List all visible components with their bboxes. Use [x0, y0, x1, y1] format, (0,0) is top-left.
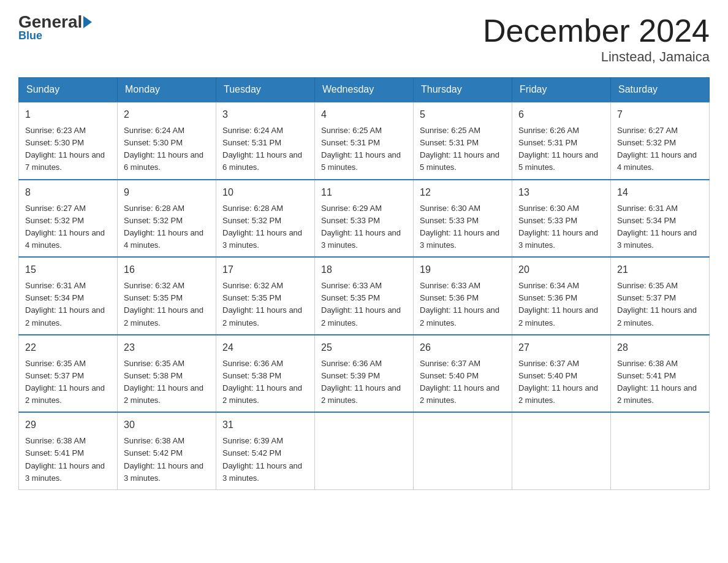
calendar-cell — [512, 412, 611, 489]
day-number: 7 — [617, 107, 703, 122]
calendar-cell: 13Sunrise: 6:30 AMSunset: 5:33 PMDayligh… — [512, 180, 611, 258]
calendar-cell: 21Sunrise: 6:35 AMSunset: 5:37 PMDayligh… — [611, 257, 710, 335]
day-number: 19 — [420, 262, 506, 277]
day-info: Sunrise: 6:30 AMSunset: 5:33 PMDaylight:… — [420, 202, 506, 252]
header-sunday: Sunday — [19, 78, 118, 102]
day-info: Sunrise: 6:24 AMSunset: 5:30 PMDaylight:… — [124, 124, 210, 174]
calendar-cell — [315, 412, 414, 489]
day-info: Sunrise: 6:36 AMSunset: 5:39 PMDaylight:… — [321, 358, 407, 407]
calendar-cell — [414, 412, 512, 489]
day-number: 8 — [25, 185, 111, 200]
calendar-cell: 2Sunrise: 6:24 AMSunset: 5:30 PMDaylight… — [118, 102, 216, 180]
calendar-cell: 16Sunrise: 6:32 AMSunset: 5:35 PMDayligh… — [118, 257, 216, 335]
day-info: Sunrise: 6:35 AMSunset: 5:37 PMDaylight:… — [25, 358, 111, 407]
day-number: 22 — [25, 340, 111, 355]
day-info: Sunrise: 6:24 AMSunset: 5:31 PMDaylight:… — [222, 124, 308, 174]
calendar-cell: 27Sunrise: 6:37 AMSunset: 5:40 PMDayligh… — [512, 335, 611, 413]
day-info: Sunrise: 6:36 AMSunset: 5:38 PMDaylight:… — [222, 358, 308, 407]
day-number: 15 — [25, 262, 111, 277]
calendar-cell: 22Sunrise: 6:35 AMSunset: 5:37 PMDayligh… — [19, 335, 118, 413]
day-number: 18 — [321, 262, 407, 277]
calendar-cell: 18Sunrise: 6:33 AMSunset: 5:35 PMDayligh… — [315, 257, 414, 335]
day-number: 4 — [321, 107, 407, 122]
day-number: 17 — [222, 262, 308, 277]
day-info: Sunrise: 6:37 AMSunset: 5:40 PMDaylight:… — [420, 358, 506, 407]
day-info: Sunrise: 6:39 AMSunset: 5:42 PMDaylight:… — [222, 435, 308, 484]
day-number: 25 — [321, 340, 407, 355]
day-info: Sunrise: 6:31 AMSunset: 5:34 PMDaylight:… — [25, 280, 111, 329]
day-number: 12 — [420, 185, 506, 200]
day-info: Sunrise: 6:33 AMSunset: 5:35 PMDaylight:… — [321, 280, 407, 329]
calendar-cell: 9Sunrise: 6:28 AMSunset: 5:32 PMDaylight… — [118, 180, 216, 258]
day-number: 3 — [222, 107, 308, 122]
calendar-cell: 1Sunrise: 6:23 AMSunset: 5:30 PMDaylight… — [19, 102, 118, 180]
week-row-5: 29Sunrise: 6:38 AMSunset: 5:41 PMDayligh… — [19, 412, 710, 489]
calendar-cell: 28Sunrise: 6:38 AMSunset: 5:41 PMDayligh… — [611, 335, 710, 413]
calendar-cell — [611, 412, 710, 489]
day-info: Sunrise: 6:38 AMSunset: 5:41 PMDaylight:… — [25, 435, 111, 484]
calendar-cell: 26Sunrise: 6:37 AMSunset: 5:40 PMDayligh… — [414, 335, 512, 413]
week-row-1: 1Sunrise: 6:23 AMSunset: 5:30 PMDaylight… — [19, 102, 710, 180]
calendar-cell: 31Sunrise: 6:39 AMSunset: 5:42 PMDayligh… — [216, 412, 315, 489]
day-info: Sunrise: 6:26 AMSunset: 5:31 PMDaylight:… — [518, 124, 604, 174]
day-number: 31 — [222, 418, 308, 432]
calendar-cell: 7Sunrise: 6:27 AMSunset: 5:32 PMDaylight… — [611, 102, 710, 180]
calendar-cell: 11Sunrise: 6:29 AMSunset: 5:33 PMDayligh… — [315, 180, 414, 258]
day-number: 30 — [124, 418, 210, 432]
day-number: 23 — [124, 340, 210, 355]
day-info: Sunrise: 6:29 AMSunset: 5:33 PMDaylight:… — [321, 202, 407, 252]
calendar-cell: 30Sunrise: 6:38 AMSunset: 5:42 PMDayligh… — [118, 412, 216, 489]
day-info: Sunrise: 6:38 AMSunset: 5:41 PMDaylight:… — [617, 358, 703, 407]
calendar-cell: 20Sunrise: 6:34 AMSunset: 5:36 PMDayligh… — [512, 257, 611, 335]
header-wednesday: Wednesday — [315, 78, 414, 102]
day-number: 20 — [518, 262, 604, 277]
day-number: 5 — [420, 107, 506, 122]
calendar-cell: 3Sunrise: 6:24 AMSunset: 5:31 PMDaylight… — [216, 102, 315, 180]
logo: General Blue — [18, 12, 93, 42]
day-number: 1 — [25, 107, 111, 122]
day-info: Sunrise: 6:37 AMSunset: 5:40 PMDaylight:… — [518, 358, 604, 407]
title-block: December 2024 Linstead, Jamaica — [483, 12, 710, 65]
day-info: Sunrise: 6:32 AMSunset: 5:35 PMDaylight:… — [222, 280, 308, 329]
day-number: 2 — [124, 107, 210, 122]
day-number: 11 — [321, 185, 407, 200]
day-info: Sunrise: 6:30 AMSunset: 5:33 PMDaylight:… — [518, 202, 604, 252]
calendar-cell: 6Sunrise: 6:26 AMSunset: 5:31 PMDaylight… — [512, 102, 611, 180]
page-header: General Blue December 2024 Linstead, Jam… — [18, 12, 710, 65]
day-number: 16 — [124, 262, 210, 277]
day-number: 27 — [518, 340, 604, 355]
header-thursday: Thursday — [414, 78, 512, 102]
week-row-2: 8Sunrise: 6:27 AMSunset: 5:32 PMDaylight… — [19, 180, 710, 258]
day-info: Sunrise: 6:35 AMSunset: 5:38 PMDaylight:… — [124, 358, 210, 407]
header-saturday: Saturday — [611, 78, 710, 102]
day-info: Sunrise: 6:38 AMSunset: 5:42 PMDaylight:… — [124, 435, 210, 484]
day-number: 6 — [518, 107, 604, 122]
day-info: Sunrise: 6:33 AMSunset: 5:36 PMDaylight:… — [420, 280, 506, 329]
header-friday: Friday — [512, 78, 611, 102]
day-info: Sunrise: 6:27 AMSunset: 5:32 PMDaylight:… — [617, 124, 703, 174]
day-info: Sunrise: 6:31 AMSunset: 5:34 PMDaylight:… — [617, 202, 703, 252]
calendar-cell: 24Sunrise: 6:36 AMSunset: 5:38 PMDayligh… — [216, 335, 315, 413]
day-info: Sunrise: 6:28 AMSunset: 5:32 PMDaylight:… — [222, 202, 308, 252]
days-header-row: Sunday Monday Tuesday Wednesday Thursday… — [19, 78, 710, 102]
day-number: 13 — [518, 185, 604, 200]
calendar-cell: 8Sunrise: 6:27 AMSunset: 5:32 PMDaylight… — [19, 180, 118, 258]
month-title: December 2024 — [483, 12, 710, 49]
day-number: 14 — [617, 185, 703, 200]
calendar-cell: 23Sunrise: 6:35 AMSunset: 5:38 PMDayligh… — [118, 335, 216, 413]
header-tuesday: Tuesday — [216, 78, 315, 102]
week-row-4: 22Sunrise: 6:35 AMSunset: 5:37 PMDayligh… — [19, 335, 710, 413]
day-info: Sunrise: 6:35 AMSunset: 5:37 PMDaylight:… — [617, 280, 703, 329]
day-info: Sunrise: 6:25 AMSunset: 5:31 PMDaylight:… — [420, 124, 506, 174]
calendar-table: Sunday Monday Tuesday Wednesday Thursday… — [18, 77, 710, 490]
logo-blue-text: Blue — [18, 29, 42, 42]
day-info: Sunrise: 6:23 AMSunset: 5:30 PMDaylight:… — [25, 124, 111, 174]
day-info: Sunrise: 6:34 AMSunset: 5:36 PMDaylight:… — [518, 280, 604, 329]
day-info: Sunrise: 6:32 AMSunset: 5:35 PMDaylight:… — [124, 280, 210, 329]
logo-arrow-icon — [83, 16, 92, 28]
calendar-cell: 17Sunrise: 6:32 AMSunset: 5:35 PMDayligh… — [216, 257, 315, 335]
day-info: Sunrise: 6:28 AMSunset: 5:32 PMDaylight:… — [124, 202, 210, 252]
day-number: 10 — [222, 185, 308, 200]
day-info: Sunrise: 6:27 AMSunset: 5:32 PMDaylight:… — [25, 202, 111, 252]
calendar-cell: 14Sunrise: 6:31 AMSunset: 5:34 PMDayligh… — [611, 180, 710, 258]
